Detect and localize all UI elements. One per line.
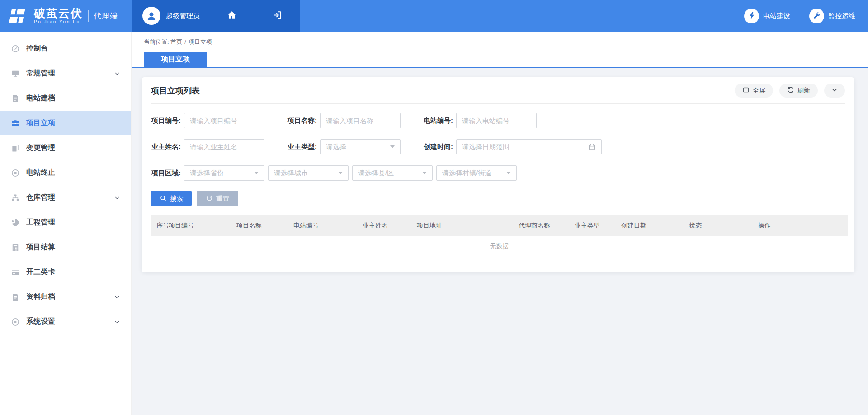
filter-field-region-county: 请选择县/区 <box>352 165 433 181</box>
region-city-select[interactable]: 请选择城市 <box>268 165 349 181</box>
breadcrumb-item-0[interactable]: 首页 <box>170 38 182 45</box>
tab-project-initiation[interactable]: 项目立项 <box>144 52 207 67</box>
sidebar-item-label: 项目结算 <box>26 242 120 252</box>
brand-portal-label: 代理端 <box>94 11 118 21</box>
sidebar-item-change-management[interactable]: 变更管理 <box>0 135 131 160</box>
project-no-input[interactable] <box>184 113 264 128</box>
document-icon <box>11 94 20 103</box>
table-column-7: 业主类型 <box>575 215 621 236</box>
filter-actions: 搜索 重置 <box>151 191 845 206</box>
table-column-5: 项目地址 <box>417 215 519 236</box>
filter-row-2: 项目区域:请选择省份请选择城市请选择县/区请选择村镇/街道 <box>151 165 845 181</box>
fullscreen-label: 全屏 <box>753 87 765 95</box>
table-column-6: 代理商名称 <box>519 215 575 236</box>
brand-subtitle: Po Jian Yun Fu <box>34 19 83 24</box>
chevron-down-caret-icon <box>390 145 395 148</box>
search-icon <box>160 195 167 203</box>
region-county-select[interactable]: 请选择县/区 <box>352 165 433 181</box>
sidebar-item-warehouse-management[interactable]: 仓库管理 <box>0 185 131 210</box>
filter-label-station-no: 电站编号: <box>423 117 456 125</box>
user-name: 超级管理员 <box>166 12 200 20</box>
header-shortcut-station-construction[interactable]: 电站建设 <box>744 9 790 23</box>
table-column-1: 项目编号 <box>169 215 236 236</box>
sidebar-item-station-termination[interactable]: 电站终止 <box>0 160 131 185</box>
reset-label: 重置 <box>216 195 230 203</box>
sidebar-item-project-settlement[interactable]: 项目结算 <box>0 235 131 260</box>
filter-label-owner-type: 业主类型: <box>287 143 320 151</box>
brand-divider <box>88 10 89 22</box>
sidebar-item-label: 开二类卡 <box>26 267 120 277</box>
project-name-input[interactable] <box>320 113 401 128</box>
sidebar-item-console[interactable]: 控制台 <box>0 36 131 61</box>
collapse-panel-button[interactable] <box>824 84 845 98</box>
region-county-placeholder: 请选择县/区 <box>358 169 419 177</box>
logout-button[interactable] <box>255 0 300 32</box>
refresh-icon <box>787 86 794 95</box>
briefcase-icon <box>11 119 20 128</box>
sidebar-item-system-settings[interactable]: 系统设置 <box>0 309 131 334</box>
calendar-icon <box>588 143 596 151</box>
user-menu[interactable]: 超级管理员 <box>132 0 208 32</box>
owner-name-input[interactable] <box>184 139 264 154</box>
work-area: 项目立项列表 全屏 <box>132 68 868 415</box>
breadcrumb-prefix: 当前位置: <box>144 38 169 45</box>
stop-circle-icon <box>11 168 20 177</box>
sidebar-item-project-initiation[interactable]: 项目立项 <box>0 111 131 135</box>
table-column-8: 创建日期 <box>621 215 689 236</box>
create-time-date-range[interactable]: 请选择日期范围 <box>456 139 602 154</box>
filter-field-region-city: 请选择城市 <box>268 165 349 181</box>
sitemap-icon <box>11 193 20 202</box>
sidebar: 控制台常规管理电站建档项目立项变更管理电站终止仓库管理工程管理项目结算开二类卡资… <box>0 32 132 415</box>
header-shortcut-label: 电站建设 <box>763 12 790 20</box>
header-user-zone: 超级管理员 <box>132 0 300 32</box>
wrench-icon <box>809 9 824 23</box>
station-no-input[interactable] <box>456 113 537 128</box>
table-column-9: 状态 <box>689 215 758 236</box>
filter-label-project-name: 项目名称: <box>287 117 320 125</box>
refresh-label: 刷新 <box>797 87 810 95</box>
filter-field-project-no: 项目编号: <box>151 113 264 128</box>
table-column-4: 业主姓名 <box>363 215 417 236</box>
owner-type-select[interactable]: 请选择 <box>320 139 401 154</box>
content: 当前位置: 首页/项目立项 项目立项 项目立项列表 <box>132 32 868 415</box>
home-button[interactable] <box>208 0 255 32</box>
filter-label-create-time: 创建时间: <box>423 143 456 151</box>
sidebar-item-engineering-management[interactable]: 工程管理 <box>0 210 131 235</box>
sidebar-item-label: 电站终止 <box>26 168 120 177</box>
sidebar-item-label: 控制台 <box>26 44 120 53</box>
filter-form: 项目编号:项目名称:电站编号:业主姓名:业主类型:请选择创建时间:请选择日期范围… <box>151 104 845 181</box>
refresh-button[interactable]: 刷新 <box>779 84 818 98</box>
region-province-select[interactable]: 请选择省份 <box>184 165 264 181</box>
bank-card-icon <box>11 268 20 277</box>
user-avatar-icon <box>142 7 160 25</box>
sidebar-item-data-archive[interactable]: 资料归档 <box>0 284 131 309</box>
empty-state: 无数据 <box>151 236 848 257</box>
sidebar-item-station-filing[interactable]: 电站建档 <box>0 86 131 111</box>
filter-field-owner-type: 业主类型:请选择 <box>287 139 401 154</box>
fullscreen-button[interactable]: 全屏 <box>735 84 773 98</box>
monitor-icon <box>11 69 20 78</box>
sidebar-item-open-type2-card[interactable]: 开二类卡 <box>0 260 131 284</box>
chevron-down-caret-icon <box>506 172 511 174</box>
fullscreen-icon <box>742 86 750 95</box>
header-shortcut-monitoring-operations[interactable]: 监控运维 <box>809 9 855 23</box>
header-shortcut-label: 监控运维 <box>828 12 855 20</box>
chevron-down-icon <box>114 319 120 325</box>
solar-panel-logo-icon <box>8 7 29 24</box>
brand[interactable]: 破茧云伏 Po Jian Yun Fu 代理端 <box>0 0 132 32</box>
table-header-row: 序号项目编号项目名称电站编号业主姓名项目地址代理商名称业主类型创建日期状态操作 <box>151 215 848 236</box>
sidebar-item-label: 项目立项 <box>26 118 120 128</box>
sidebar-item-label: 资料归档 <box>26 292 114 302</box>
chevron-down-caret-icon <box>338 172 343 174</box>
region-town-select[interactable]: 请选择村镇/街道 <box>436 165 517 181</box>
region-city-placeholder: 请选择城市 <box>274 169 335 177</box>
table-column-0: 序号 <box>151 215 169 236</box>
create-time-placeholder: 请选择日期范围 <box>462 143 585 151</box>
filter-field-create-time: 创建时间:请选择日期范围 <box>423 139 602 154</box>
region-town-placeholder: 请选择村镇/街道 <box>442 169 503 177</box>
search-button[interactable]: 搜索 <box>151 191 192 206</box>
reset-button[interactable]: 重置 <box>197 191 238 206</box>
tab-bar: 项目立项 <box>132 52 868 68</box>
topbar: 当前位置: 首页/项目立项 项目立项 <box>132 32 868 68</box>
sidebar-item-general-management[interactable]: 常规管理 <box>0 61 131 86</box>
